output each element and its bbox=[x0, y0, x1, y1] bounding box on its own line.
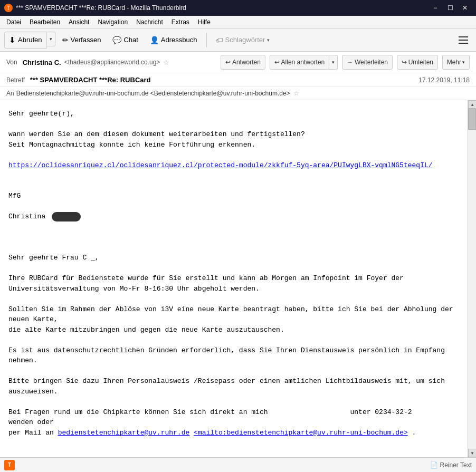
email-body: Sehr geehrte(r), wann werden Sie an dem … bbox=[0, 100, 468, 457]
forward-button[interactable]: → Weiterleiten bbox=[342, 55, 393, 70]
more-button[interactable]: Mehr ▾ bbox=[442, 55, 470, 70]
action-buttons[interactable]: ↩ Antworten ↩ Allen antworten ▾ → Weiter… bbox=[221, 55, 470, 70]
schlagwoerter-dropdown-icon: ▾ bbox=[267, 37, 270, 43]
subject-text: *** SPAMVERDACHT ***Re: RUBCard bbox=[30, 76, 151, 84]
title-bar-controls[interactable]: − ☐ ✕ bbox=[429, 2, 472, 14]
menu-ansicht[interactable]: Ansicht bbox=[64, 17, 93, 27]
status-bar: T 📄 Reiner Text bbox=[0, 457, 476, 472]
title-bar: T *** SPAMVERDACHT ***Re: RUBCard - Mozi… bbox=[0, 0, 476, 16]
menu-bearbeiten[interactable]: Bearbeiten bbox=[25, 17, 64, 27]
to-row: An Bedienstetenchipkarte@uv.ruhr-uni-boc… bbox=[0, 87, 476, 100]
email-link[interactable]: https://oclidesanriquez.cl/oclidesanriqu… bbox=[8, 161, 433, 169]
thunderbird-status-icon: T bbox=[4, 460, 15, 470]
redirect-label: Umleiten bbox=[408, 59, 433, 66]
scroll-track[interactable] bbox=[468, 109, 476, 449]
reply-all-dropdown[interactable]: ▾ bbox=[329, 55, 338, 70]
mailto-link-text[interactable]: <mailto:bedienstetenchipkarte@uv.ruhr-un… bbox=[194, 429, 408, 437]
sender-email: <thadeus@applianceworld.co.ug> bbox=[64, 59, 160, 66]
from-label: Von bbox=[6, 59, 17, 66]
subject-label: Betreff bbox=[6, 76, 25, 84]
forward-label: Weiterleiten bbox=[355, 59, 388, 66]
signature-image bbox=[52, 212, 81, 221]
verfassen-button[interactable]: ✏ Verfassen bbox=[58, 32, 106, 49]
greeting: Sehr geehrte(r), bbox=[8, 109, 459, 119]
email-link2[interactable]: bedienstetenchipkarte@uv.ruhr.de bbox=[58, 429, 190, 437]
reply-all-button[interactable]: ↩ Allen antworten bbox=[270, 55, 330, 70]
status-left: T bbox=[4, 460, 15, 470]
paragraph6-part2a: wenden oder bbox=[8, 418, 54, 426]
hamburger-line-3 bbox=[459, 43, 468, 44]
schlagwoerter-button: 🏷 Schlagwörter ▾ bbox=[211, 32, 275, 49]
scroll-up-arrow[interactable]: ▲ bbox=[468, 100, 476, 109]
reply-button[interactable]: ↩ Antworten bbox=[221, 55, 265, 70]
reply-all-label: Allen antworten bbox=[281, 59, 325, 66]
abrufen-group[interactable]: ⬇ Abrufen ▾ bbox=[4, 32, 55, 49]
scroll-down-arrow[interactable]: ▼ bbox=[468, 449, 476, 457]
toolbar: ⬇ Abrufen ▾ ✏ Verfassen 💬 Chat 👤 Adressb… bbox=[0, 28, 476, 52]
forward-icon: → bbox=[347, 59, 353, 66]
abrufen-dropdown-button[interactable]: ▾ bbox=[47, 32, 55, 46]
plain-text-icon: 📄 bbox=[430, 461, 438, 469]
hamburger-button[interactable] bbox=[455, 32, 472, 49]
more-dropdown-icon: ▾ bbox=[462, 60, 465, 65]
window-title: *** SPAMVERDACHT ***Re: RUBCard - Mozill… bbox=[16, 4, 186, 12]
to-star-icon[interactable]: ☆ bbox=[293, 90, 299, 97]
abrufen-label: Abrufen bbox=[18, 36, 42, 44]
chat-label: Chat bbox=[123, 36, 138, 44]
title-bar-left: T *** SPAMVERDACHT ***Re: RUBCard - Mozi… bbox=[4, 4, 186, 12]
menu-nachricht[interactable]: Nachricht bbox=[132, 17, 167, 27]
maximize-button[interactable]: ☐ bbox=[443, 2, 457, 14]
menu-hilfe[interactable]: Hilfe bbox=[194, 17, 215, 27]
menu-datei[interactable]: Datei bbox=[2, 17, 25, 27]
adressbuch-label: Adressbuch bbox=[161, 36, 197, 44]
scroll-thumb[interactable] bbox=[468, 109, 476, 130]
from-row: Von Christina C. <thadeus@applianceworld… bbox=[0, 52, 476, 73]
status-right: 📄 Reiner Text bbox=[430, 461, 472, 469]
paragraph5: Bitte bringen Sie dazu Ihren Personalaus… bbox=[8, 376, 459, 397]
reply-all-icon: ↩ bbox=[274, 59, 280, 66]
chat-button[interactable]: 💬 Chat bbox=[108, 32, 142, 49]
minimize-button[interactable]: − bbox=[429, 2, 442, 14]
reply-label: Antworten bbox=[232, 59, 261, 66]
menu-extras[interactable]: Extras bbox=[167, 17, 194, 27]
chat-icon: 💬 bbox=[112, 36, 121, 44]
to-address: Bedienstetenchipkarte@uv.ruhr-uni-bochum… bbox=[16, 90, 290, 97]
subject-row: Betreff *** SPAMVERDACHT ***Re: RUBCard … bbox=[0, 73, 476, 87]
paragraph6-part1: Bei Fragen rund um die Chipkarte können … bbox=[8, 408, 268, 416]
abrufen-icon: ⬇ bbox=[9, 35, 16, 45]
hamburger-line-1 bbox=[459, 36, 468, 37]
redirect-icon: ↪ bbox=[402, 59, 407, 66]
mfg: MfG bbox=[8, 191, 459, 201]
menu-navigation[interactable]: Navigation bbox=[93, 17, 132, 27]
reply-all-group[interactable]: ↩ Allen antworten ▾ bbox=[270, 55, 338, 70]
adressbuch-button[interactable]: 👤 Adressbuch bbox=[145, 32, 202, 49]
paragraph2: Ihre RUBCard für Bedienstete wurde für S… bbox=[8, 273, 459, 294]
plain-text-label: Reiner Text bbox=[440, 461, 472, 469]
paragraph6-mail-intro: per Mail an bbox=[8, 429, 58, 437]
paragraph6-phone: unter 0234-32-2 bbox=[350, 408, 412, 416]
schlagwoerter-label: Schlagwörter bbox=[225, 36, 265, 44]
close-button[interactable]: ✕ bbox=[458, 2, 472, 14]
email-date: 17.12.2019, 11:18 bbox=[418, 76, 470, 84]
verfassen-icon: ✏ bbox=[62, 36, 69, 44]
abrufen-button[interactable]: ⬇ Abrufen bbox=[4, 32, 47, 49]
reply-icon: ↩ bbox=[225, 59, 231, 66]
verfassen-label: Verfassen bbox=[71, 36, 101, 44]
email-header: Von Christina C. <thadeus@applianceworld… bbox=[0, 52, 476, 100]
signature-name: Christina bbox=[8, 213, 45, 220]
toolbar-separator bbox=[206, 33, 207, 47]
hamburger-line-2 bbox=[459, 40, 468, 41]
paragraph4: Es ist aus datenschutzrechtlichen Gründe… bbox=[8, 345, 459, 366]
to-label: An bbox=[6, 90, 14, 97]
redirect-button[interactable]: ↪ Umleiten bbox=[397, 55, 438, 70]
star-icon[interactable]: ☆ bbox=[163, 59, 169, 66]
subject-section: Betreff *** SPAMVERDACHT ***Re: RUBCard bbox=[6, 76, 151, 84]
paragraph6: Bei Fragen rund um die Chipkarte können … bbox=[8, 407, 459, 438]
scrollbar[interactable]: ▲ ▼ bbox=[468, 100, 476, 457]
app-icon: T bbox=[4, 4, 13, 12]
greeting2: Sehr geehrte Frau C _, bbox=[8, 253, 459, 263]
period: . bbox=[412, 429, 416, 437]
sender-name: Christina C. bbox=[23, 59, 61, 66]
paragraph3: Sollten Sie im Rahmen der Ablöse von i3V… bbox=[8, 304, 459, 335]
signature-line: Christina bbox=[8, 211, 459, 222]
